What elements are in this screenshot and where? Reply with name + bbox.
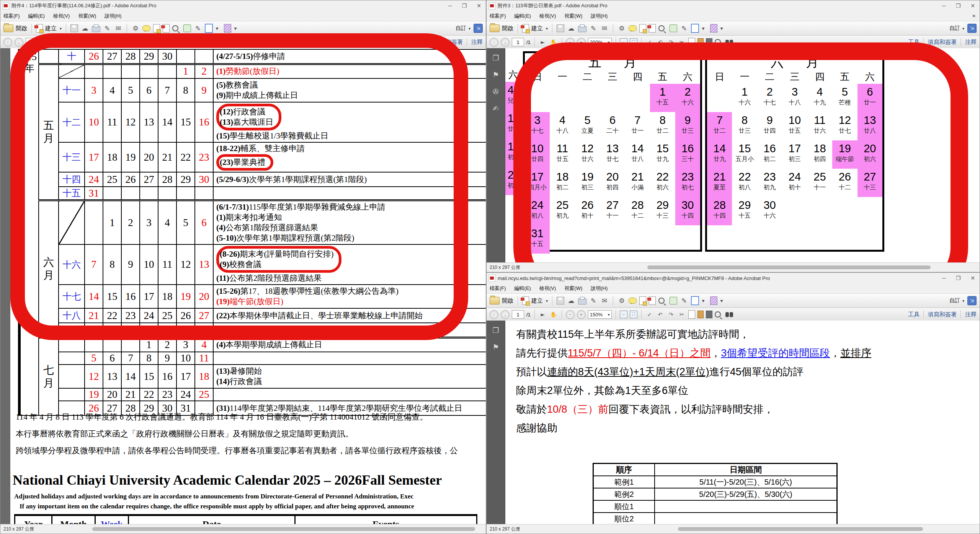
hand-tool-button[interactable]: ✋	[549, 38, 558, 46]
tools-panel-button[interactable]: 工具	[414, 39, 426, 46]
redo-button[interactable]: ↷	[667, 38, 675, 46]
redo-button[interactable]: ↷	[667, 310, 675, 319]
save-button[interactable]	[70, 24, 78, 32]
search-binoculars-button[interactable]	[725, 312, 733, 317]
bookmarks-panel-icon[interactable]: ⚑	[492, 70, 499, 79]
attachments-panel-icon[interactable]: ✇	[493, 87, 499, 96]
search-binoculars-button[interactable]	[725, 40, 733, 45]
edit-text-button[interactable]: ✎	[680, 296, 688, 305]
previous-page-button[interactable]: ↑	[490, 310, 498, 319]
menu-item-edit[interactable]: 編輯(E)	[514, 13, 531, 20]
menu-item-window[interactable]: 視窗(W)	[564, 285, 582, 292]
email-button[interactable]: ✉	[600, 296, 609, 305]
loupe-zoom-button[interactable]	[715, 311, 721, 317]
hand-tool-button[interactable]: ✋	[63, 38, 72, 46]
cut-button[interactable]: ✂	[191, 38, 200, 46]
menu-item-window[interactable]: 視窗(W)	[564, 13, 582, 20]
fill-sign-panel-button[interactable]: 填寫和簽署	[928, 39, 957, 46]
fit-page-button[interactable]: ⛶	[630, 311, 637, 318]
page-box-icon[interactable]	[691, 24, 699, 33]
menu-item-help[interactable]: 說明(H)	[591, 285, 608, 292]
sign-document-button[interactable]: ✎	[589, 24, 598, 33]
page-number-input[interactable]	[26, 38, 38, 46]
zoom-out-button[interactable]: −	[80, 38, 88, 47]
open-button[interactable]: 開啟	[3, 24, 27, 32]
chevron-down-icon[interactable]: ▾	[717, 24, 726, 33]
delete-button[interactable]	[706, 311, 712, 318]
print-button[interactable]	[92, 26, 100, 32]
create-button[interactable]: 建立▾	[522, 296, 548, 305]
gear-icon[interactable]: ⚙	[131, 24, 140, 33]
menu-item-file[interactable]: 檔案(F)	[490, 285, 506, 292]
maximize-button[interactable]: ❒	[956, 3, 961, 9]
bookmarks-panel-icon[interactable]: ⚑	[492, 343, 499, 351]
zoom-level-select[interactable]: 160%▾	[102, 38, 126, 46]
pattern-icon[interactable]	[224, 24, 231, 33]
previous-page-button[interactable]: ↑	[3, 38, 12, 47]
panel-toggle-button[interactable]: ⇲	[474, 24, 483, 33]
menu-item-edit[interactable]: 編輯(E)	[28, 13, 45, 20]
save-button[interactable]	[557, 24, 564, 32]
zoom-out-button[interactable]: −	[566, 38, 575, 47]
create-pdf-icon[interactable]	[522, 24, 529, 33]
fill-sign-panel-button[interactable]: 填寫和簽署	[928, 311, 957, 318]
fill-sign-panel-button[interactable]: 填寫和簽署	[434, 39, 463, 46]
menu-item-view[interactable]: 檢視(V)	[53, 13, 70, 20]
edit-text-button[interactable]: ✎	[680, 24, 688, 33]
sign-document-button[interactable]: ✎	[589, 296, 598, 305]
zoom-in-button[interactable]: +	[577, 38, 586, 47]
fit-page-button[interactable]: ⛶	[630, 38, 637, 46]
highlight-text-button[interactable]	[153, 24, 160, 33]
gear-icon[interactable]: ⚙	[617, 296, 626, 305]
maximize-button[interactable]: ❒	[462, 3, 467, 9]
selection-tool-button[interactable]: ►	[539, 38, 547, 46]
cloud-upload-button[interactable]: ☁	[81, 24, 89, 33]
delete-pages-button[interactable]	[649, 296, 656, 305]
maximize-button[interactable]: ❒	[956, 275, 961, 281]
zoom-out-button[interactable]: −	[566, 310, 575, 319]
search-document-button[interactable]	[658, 298, 665, 304]
undo-button[interactable]: ↶	[656, 310, 665, 319]
pattern-tool-button[interactable]: ▾	[710, 296, 726, 305]
spellcheck-button[interactable]: ✓	[159, 38, 168, 46]
sign-document-button[interactable]: ✎	[103, 24, 111, 33]
zoom-level-select[interactable]: 150%▾	[588, 310, 612, 319]
delete-button[interactable]	[220, 38, 226, 46]
next-page-button[interactable]: ↓	[501, 38, 510, 47]
loupe-zoom-button[interactable]	[715, 39, 721, 45]
create-button[interactable]: 建立▾	[36, 24, 62, 33]
close-button[interactable]: ✕	[477, 3, 481, 9]
zoom-level-select[interactable]: 200%▾	[588, 38, 612, 46]
pages-panel-icon[interactable]: ❐	[492, 326, 499, 334]
page-number-input[interactable]	[512, 310, 524, 319]
fit-width-button[interactable]: ⇔	[620, 311, 627, 318]
pattern-icon[interactable]	[710, 24, 717, 33]
chevron-down-icon[interactable]: ▾	[231, 24, 240, 33]
next-page-button[interactable]: ↓	[15, 38, 23, 47]
previous-page-button[interactable]: ↑	[490, 38, 498, 47]
menu-item-edit[interactable]: 編輯(E)	[514, 285, 531, 292]
menu-item-help[interactable]: 說明(H)	[591, 13, 608, 20]
panel-toggle-button[interactable]: ⇲	[967, 296, 977, 305]
next-page-button[interactable]: ↓	[501, 310, 510, 319]
minimize-button[interactable]: ─	[942, 275, 946, 281]
copy-button[interactable]	[202, 38, 209, 46]
selection-tool-button[interactable]: ►	[539, 310, 547, 319]
cut-button[interactable]: ✂	[678, 310, 686, 319]
highlight-text-button[interactable]	[639, 24, 646, 33]
menu-close-icon[interactable]: ✕	[972, 13, 976, 19]
page-display-button[interactable]: ▾	[691, 24, 707, 33]
pages-panel-icon[interactable]: ❐	[492, 54, 499, 62]
comment-panel-button[interactable]: 注釋	[965, 311, 977, 318]
print-button[interactable]	[578, 298, 586, 304]
pattern-tool-button[interactable]: ▾	[224, 24, 240, 33]
pattern-tool-button[interactable]: ▾	[710, 24, 726, 33]
undo-button[interactable]: ↶	[170, 38, 178, 46]
highlight-text-button[interactable]	[639, 296, 646, 305]
page-display-button[interactable]: ▾	[205, 24, 221, 33]
undo-button[interactable]: ↶	[656, 38, 665, 46]
cloud-upload-button[interactable]: ☁	[567, 24, 575, 33]
open-folder-icon[interactable]	[490, 24, 500, 32]
panel-toggle-button[interactable]: ⇲	[967, 24, 977, 33]
chevron-down-icon[interactable]: ▾	[699, 24, 707, 33]
